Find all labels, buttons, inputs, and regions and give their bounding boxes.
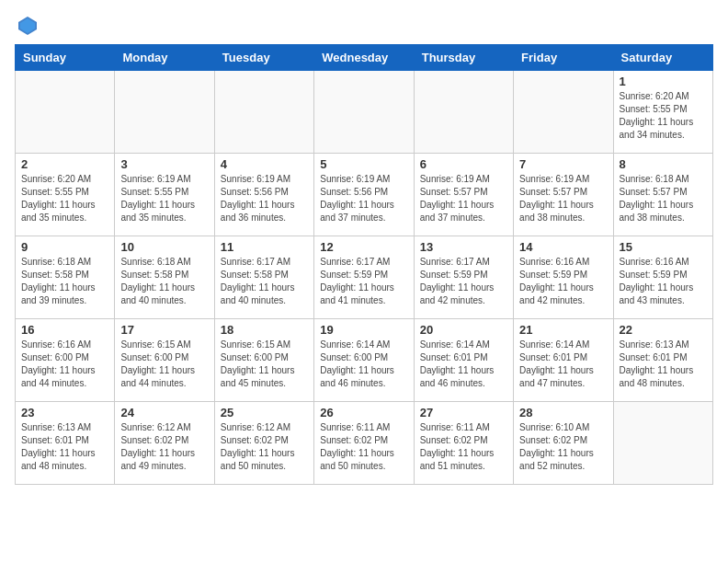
week-row-2: 2Sunrise: 6:20 AM Sunset: 5:55 PM Daylig… xyxy=(16,154,713,236)
calendar-cell xyxy=(16,71,115,154)
calendar-cell: 12Sunrise: 6:17 AM Sunset: 5:59 PM Dayli… xyxy=(314,236,414,319)
day-number: 24 xyxy=(120,406,208,419)
day-info: Sunrise: 6:14 AM Sunset: 6:01 PM Dayligh… xyxy=(519,339,607,390)
calendar-cell: 24Sunrise: 6:12 AM Sunset: 6:02 PM Dayli… xyxy=(115,402,214,485)
day-number: 4 xyxy=(221,157,308,171)
day-header-tuesday: Tuesday xyxy=(214,45,313,71)
day-info: Sunrise: 6:14 AM Sunset: 6:01 PM Dayligh… xyxy=(420,339,507,390)
day-info: Sunrise: 6:13 AM Sunset: 6:01 PM Dayligh… xyxy=(620,339,707,390)
calendar-cell: 18Sunrise: 6:15 AM Sunset: 6:00 PM Dayli… xyxy=(214,319,313,402)
day-header-thursday: Thursday xyxy=(414,45,513,71)
calendar-cell xyxy=(613,402,712,485)
day-info: Sunrise: 6:13 AM Sunset: 6:01 PM Dayligh… xyxy=(21,421,108,473)
day-number: 8 xyxy=(620,157,707,171)
day-number: 11 xyxy=(221,240,308,254)
day-header-sunday: Sunday xyxy=(16,45,115,71)
day-info: Sunrise: 6:20 AM Sunset: 5:55 PM Dayligh… xyxy=(21,173,108,224)
day-number: 18 xyxy=(221,323,308,337)
day-header-wednesday: Wednesday xyxy=(314,45,414,71)
day-number: 1 xyxy=(620,75,707,88)
day-number: 26 xyxy=(320,406,407,419)
day-info: Sunrise: 6:17 AM Sunset: 5:59 PM Dayligh… xyxy=(320,256,407,307)
day-number: 9 xyxy=(21,240,108,254)
calendar-body: 1Sunrise: 6:20 AM Sunset: 5:55 PM Daylig… xyxy=(16,71,713,485)
day-info: Sunrise: 6:18 AM Sunset: 5:58 PM Dayligh… xyxy=(120,256,208,307)
calendar-cell: 26Sunrise: 6:11 AM Sunset: 6:02 PM Dayli… xyxy=(314,402,414,485)
calendar-cell: 7Sunrise: 6:19 AM Sunset: 5:57 PM Daylig… xyxy=(514,154,613,236)
day-number: 13 xyxy=(420,240,507,254)
page-header xyxy=(15,15,713,37)
calendar-cell: 13Sunrise: 6:17 AM Sunset: 5:59 PM Dayli… xyxy=(414,236,513,319)
calendar-cell: 15Sunrise: 6:16 AM Sunset: 5:59 PM Dayli… xyxy=(613,236,712,319)
day-number: 23 xyxy=(21,406,108,419)
day-number: 17 xyxy=(120,323,208,337)
day-info: Sunrise: 6:11 AM Sunset: 6:02 PM Dayligh… xyxy=(320,421,407,473)
day-number: 16 xyxy=(21,323,108,337)
day-number: 14 xyxy=(519,240,607,254)
day-info: Sunrise: 6:17 AM Sunset: 5:58 PM Dayligh… xyxy=(221,256,308,307)
day-number: 7 xyxy=(519,157,607,171)
day-number: 15 xyxy=(620,240,707,254)
day-info: Sunrise: 6:18 AM Sunset: 5:57 PM Dayligh… xyxy=(620,173,707,224)
day-number: 27 xyxy=(420,406,507,419)
calendar-cell: 2Sunrise: 6:20 AM Sunset: 5:55 PM Daylig… xyxy=(16,154,115,236)
calendar-cell: 20Sunrise: 6:14 AM Sunset: 6:01 PM Dayli… xyxy=(414,319,513,402)
calendar-cell: 17Sunrise: 6:15 AM Sunset: 6:00 PM Dayli… xyxy=(115,319,214,402)
logo-icon xyxy=(17,15,39,37)
calendar-cell: 4Sunrise: 6:19 AM Sunset: 5:56 PM Daylig… xyxy=(214,154,313,236)
day-header-friday: Friday xyxy=(514,45,613,71)
day-number: 2 xyxy=(21,157,108,171)
week-row-3: 9Sunrise: 6:18 AM Sunset: 5:58 PM Daylig… xyxy=(16,236,713,319)
calendar-cell: 6Sunrise: 6:19 AM Sunset: 5:57 PM Daylig… xyxy=(414,154,513,236)
week-row-4: 16Sunrise: 6:16 AM Sunset: 6:00 PM Dayli… xyxy=(16,319,713,402)
day-number: 28 xyxy=(519,406,607,419)
day-number: 21 xyxy=(519,323,607,337)
day-info: Sunrise: 6:10 AM Sunset: 6:02 PM Dayligh… xyxy=(519,421,607,473)
day-info: Sunrise: 6:19 AM Sunset: 5:57 PM Dayligh… xyxy=(519,173,607,224)
calendar-cell: 10Sunrise: 6:18 AM Sunset: 5:58 PM Dayli… xyxy=(115,236,214,319)
day-number: 22 xyxy=(620,323,707,337)
day-info: Sunrise: 6:19 AM Sunset: 5:56 PM Dayligh… xyxy=(320,173,407,224)
days-of-week-row: SundayMondayTuesdayWednesdayThursdayFrid… xyxy=(16,45,713,71)
calendar-cell: 22Sunrise: 6:13 AM Sunset: 6:01 PM Dayli… xyxy=(613,319,712,402)
day-info: Sunrise: 6:15 AM Sunset: 6:00 PM Dayligh… xyxy=(221,339,308,390)
day-info: Sunrise: 6:19 AM Sunset: 5:56 PM Dayligh… xyxy=(221,173,308,224)
calendar-cell: 16Sunrise: 6:16 AM Sunset: 6:00 PM Dayli… xyxy=(16,319,115,402)
logo xyxy=(15,15,39,37)
day-number: 3 xyxy=(120,157,208,171)
day-number: 12 xyxy=(320,240,407,254)
calendar-cell xyxy=(314,71,414,154)
calendar-cell: 25Sunrise: 6:12 AM Sunset: 6:02 PM Dayli… xyxy=(214,402,313,485)
calendar-cell: 3Sunrise: 6:19 AM Sunset: 5:55 PM Daylig… xyxy=(115,154,214,236)
calendar-cell: 21Sunrise: 6:14 AM Sunset: 6:01 PM Dayli… xyxy=(514,319,613,402)
day-info: Sunrise: 6:18 AM Sunset: 5:58 PM Dayligh… xyxy=(21,256,108,307)
calendar-header: SundayMondayTuesdayWednesdayThursdayFrid… xyxy=(16,45,713,71)
calendar-cell xyxy=(414,71,513,154)
day-info: Sunrise: 6:17 AM Sunset: 5:59 PM Dayligh… xyxy=(420,256,507,307)
day-header-saturday: Saturday xyxy=(613,45,712,71)
day-number: 5 xyxy=(320,157,407,171)
calendar-cell: 27Sunrise: 6:11 AM Sunset: 6:02 PM Dayli… xyxy=(414,402,513,485)
calendar-cell: 9Sunrise: 6:18 AM Sunset: 5:58 PM Daylig… xyxy=(16,236,115,319)
calendar-cell: 1Sunrise: 6:20 AM Sunset: 5:55 PM Daylig… xyxy=(613,71,712,154)
day-info: Sunrise: 6:11 AM Sunset: 6:02 PM Dayligh… xyxy=(420,421,507,473)
day-number: 19 xyxy=(320,323,407,337)
calendar-cell: 8Sunrise: 6:18 AM Sunset: 5:57 PM Daylig… xyxy=(613,154,712,236)
week-row-1: 1Sunrise: 6:20 AM Sunset: 5:55 PM Daylig… xyxy=(16,71,713,154)
week-row-5: 23Sunrise: 6:13 AM Sunset: 6:01 PM Dayli… xyxy=(16,402,713,485)
day-info: Sunrise: 6:19 AM Sunset: 5:57 PM Dayligh… xyxy=(420,173,507,224)
day-number: 6 xyxy=(420,157,507,171)
day-info: Sunrise: 6:12 AM Sunset: 6:02 PM Dayligh… xyxy=(221,421,308,473)
day-info: Sunrise: 6:16 AM Sunset: 5:59 PM Dayligh… xyxy=(519,256,607,307)
calendar-cell: 5Sunrise: 6:19 AM Sunset: 5:56 PM Daylig… xyxy=(314,154,414,236)
day-number: 20 xyxy=(420,323,507,337)
day-number: 10 xyxy=(120,240,208,254)
calendar-cell: 28Sunrise: 6:10 AM Sunset: 6:02 PM Dayli… xyxy=(514,402,613,485)
day-number: 25 xyxy=(221,406,308,419)
calendar-cell: 19Sunrise: 6:14 AM Sunset: 6:00 PM Dayli… xyxy=(314,319,414,402)
day-info: Sunrise: 6:20 AM Sunset: 5:55 PM Dayligh… xyxy=(620,90,707,142)
day-info: Sunrise: 6:12 AM Sunset: 6:02 PM Dayligh… xyxy=(120,421,208,473)
calendar-cell xyxy=(514,71,613,154)
day-info: Sunrise: 6:15 AM Sunset: 6:00 PM Dayligh… xyxy=(120,339,208,390)
day-info: Sunrise: 6:16 AM Sunset: 6:00 PM Dayligh… xyxy=(21,339,108,390)
